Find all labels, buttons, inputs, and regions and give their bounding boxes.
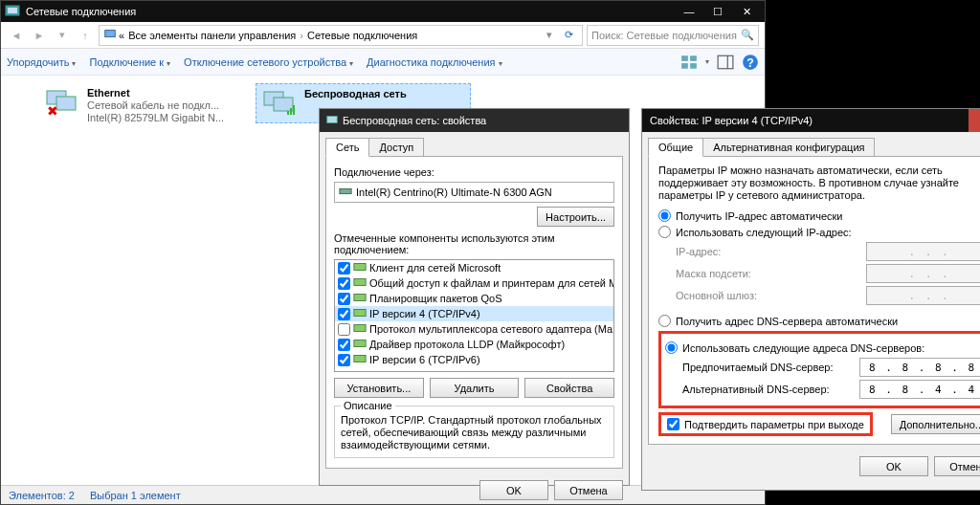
gateway-field: . . . [866,286,980,305]
component-checkbox[interactable] [338,339,350,351]
component-row[interactable]: Протокол мультиплексора сетевого адаптер… [335,321,613,337]
diagnose-menu[interactable]: Диагностика подключения [367,56,501,68]
svg-rect-6 [690,63,697,69]
connection-name: Ethernet [87,87,224,99]
back-button[interactable]: ◄ [7,26,26,45]
help-icon[interactable]: ? [742,54,759,71]
up-button[interactable]: ↑ [76,26,95,45]
advanced-button[interactable]: Дополнительно... [891,414,980,434]
connection-status: Сетевой кабель не подкл... [87,99,224,112]
component-row[interactable]: IP версии 6 (TCP/IPv6) [335,352,613,367]
dns-alternate-field[interactable]: 8 . 8 . 4 . 4 [859,380,980,399]
preview-pane-icon[interactable] [717,54,734,71]
forward-button[interactable]: ► [30,26,49,45]
dialog-titlebar[interactable]: Беспроводная сеть: свойства [320,109,629,132]
configure-button[interactable]: Настроить... [537,207,614,227]
breadcrumb-2[interactable]: Сетевые подключения [305,30,419,41]
component-label: IP версии 4 (TCP/IPv4) [369,308,480,319]
refresh-icon[interactable]: ⟳ [559,26,578,45]
component-label: Планировщик пакетов QoS [369,293,502,304]
components-list[interactable]: Клиент для сетей MicrosoftОбщий доступ к… [334,259,614,372]
ip-address-label: IP-адрес: [676,246,866,257]
breadcrumb-1[interactable]: Все элементы панели управления [126,30,298,41]
nav-toolbar: ◄ ► ▾ ↑ « Все элементы панели управления… [1,22,765,49]
network-icon [103,28,117,43]
components-label: Отмеченные компоненты используются этим … [334,232,614,255]
wireless-properties-dialog: Беспроводная сеть: свойства Сеть Доступ … [319,108,630,486]
disable-device-menu[interactable]: Отключение сетевого устройства [184,56,353,68]
component-row[interactable]: Общий доступ к файлам и принтерам для се… [335,275,613,291]
svg-rect-18 [293,105,295,115]
connection-ethernet[interactable]: ✖ Ethernet Сетевой кабель не подкл... In… [39,83,255,128]
component-checkbox[interactable] [338,293,350,305]
dialog-title: Беспроводная сеть: свойства [343,115,486,126]
gateway-label: Основной шлюз: [676,290,866,301]
validate-label: Подтвердить параметры при выходе [684,419,864,430]
minimize-button[interactable]: — [675,2,703,21]
address-bar[interactable]: « Все элементы панели управления › Сетев… [99,25,583,46]
chevron-down-icon[interactable]: ▾ [705,57,709,66]
svg-rect-7 [718,55,733,69]
ok-button[interactable]: OK [479,480,548,500]
properties-button[interactable]: Свойства [524,378,614,398]
dropdown-icon[interactable]: ▾ [540,26,559,45]
radio-dns-auto[interactable] [658,315,671,327]
ethernet-icon: ✖ [43,87,81,118]
titlebar[interactable]: Сетевые подключения — ☐ ✕ [1,1,765,22]
organize-menu[interactable]: Упорядочить [7,56,76,68]
description-text: Протокол TCP/IP. Стандартный протокол гл… [341,414,608,451]
component-row[interactable]: Клиент для сетей Microsoft [335,260,613,275]
search-input[interactable]: Поиск: Сетевые подключения 🔍 [587,25,759,46]
uninstall-button[interactable]: Удалить [430,378,520,398]
component-row[interactable]: Драйвер протокола LLDP (Майкрософт) [335,337,613,352]
component-label: Общий доступ к файлам и принтерам для се… [369,277,614,289]
svg-rect-27 [354,356,366,362]
svg-rect-19 [327,117,338,123]
cancel-button[interactable]: Отмена [554,480,623,500]
svg-rect-24 [354,310,366,317]
radio-ip-auto[interactable] [658,209,671,222]
connect-menu[interactable]: Подключение к [89,56,170,68]
search-icon: 🔍 [741,29,754,41]
component-label: Клиент для сетей Microsoft [369,262,501,274]
component-checkbox[interactable] [338,262,350,274]
validate-checkbox[interactable] [667,418,679,430]
radio-ip-manual-label: Использовать следующий IP-адрес: [676,227,852,238]
dns-preferred-field[interactable]: 8 . 8 . 8 . 8 [859,358,980,377]
install-button[interactable]: Установить... [334,378,424,398]
component-row[interactable]: IP версии 4 (TCP/IPv4) [335,306,613,321]
dialog-titlebar[interactable]: Свойства: IP версии 4 (TCP/IPv4) ✕ [642,109,980,132]
view-icon[interactable] [680,54,698,71]
component-icon [353,261,367,274]
breadcrumb-root[interactable]: « [117,30,126,41]
component-checkbox[interactable] [338,277,350,290]
component-checkbox[interactable] [338,354,350,366]
tab-sharing[interactable]: Доступ [368,138,424,157]
svg-rect-23 [354,295,366,301]
component-checkbox[interactable] [338,323,350,336]
dialog-title: Свойства: IP версии 4 (TCP/IPv4) [650,115,813,126]
recent-dropdown[interactable]: ▾ [53,26,72,45]
radio-dns-manual[interactable] [665,341,678,354]
ok-button[interactable]: OK [859,456,928,476]
tab-strip: Общие Альтернативная конфигурация [642,132,980,157]
component-row[interactable]: Планировщик пакетов QoS [335,291,613,306]
maximize-button[interactable]: ☐ [703,2,732,21]
component-label: Протокол мультиплексора сетевого адаптер… [369,323,612,335]
component-label: IP версии 6 (TCP/IPv6) [369,354,480,365]
close-button[interactable]: ✕ [969,109,980,132]
tab-panel-general: Параметры IP можно назначать автоматичес… [648,156,980,445]
tab-alternate[interactable]: Альтернативная конфигурация [702,138,875,157]
search-placeholder: Поиск: Сетевые подключения [591,30,737,41]
tab-general[interactable]: Общие [648,138,703,157]
ipv4-properties-dialog: Свойства: IP версии 4 (TCP/IPv4) ✕ Общие… [641,108,980,491]
radio-ip-manual[interactable] [658,226,671,238]
close-button[interactable]: ✕ [732,2,761,21]
svg-rect-12 [56,97,76,110]
component-icon [353,338,367,351]
component-checkbox[interactable] [338,308,350,320]
wireless-icon [325,113,339,128]
tab-network[interactable]: Сеть [325,138,369,157]
subnet-mask-label: Маска подсети: [676,268,866,279]
cancel-button[interactable]: Отмена [934,456,980,476]
